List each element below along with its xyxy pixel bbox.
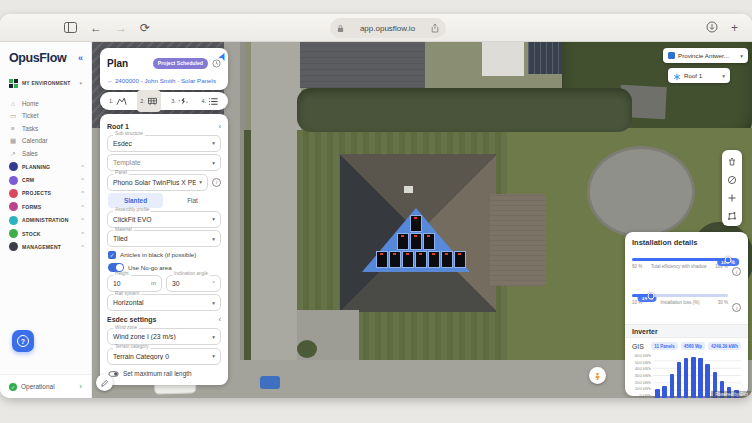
slider-block: 100 % i 60 % Total efficiency with shado… — [632, 258, 741, 283]
satellite-map[interactable]: ➤ Plan Project Scheduled ← 2400000 - Joh… — [92, 42, 752, 398]
info-icon[interactable]: i — [732, 303, 741, 312]
max-rail-setting[interactable]: Set maximum rail length — [107, 367, 221, 379]
sidebar-item[interactable]: ↗ Sales — [0, 147, 91, 160]
sidebar-module-item[interactable]: PROJECTS ^ — [0, 187, 91, 200]
sidebar-item-label: Tasks — [22, 125, 38, 132]
max-rail-label: Set maximum rail length — [123, 370, 192, 377]
region-selector[interactable]: Provincie Antwer... ▾ — [663, 48, 748, 63]
chart-bar — [698, 358, 703, 398]
gis-badge: 4249.39 kWh — [708, 342, 741, 350]
sidebar-item-icon: ≡ — [9, 125, 17, 132]
region-icon — [668, 52, 675, 59]
project-link[interactable]: ← 2400000 - John Smith - Solar Panels — [107, 77, 221, 84]
wind-zone-select[interactable]: Wind zone Wind zone I (23 m/s) ▾ — [107, 328, 221, 345]
module-expand-icon[interactable]: ^ — [81, 244, 84, 250]
field-placeholder: Template — [113, 159, 209, 166]
sidebar-item[interactable]: ▦ Calendar — [0, 134, 91, 147]
module-expand-icon[interactable]: ^ — [81, 204, 84, 210]
inclination-input[interactable]: Inclination angle 30 ° — [166, 275, 221, 292]
slider-track[interactable] — [632, 294, 728, 297]
tab-flat[interactable]: Flat — [165, 193, 220, 208]
step-summary[interactable]: 4. — [198, 90, 222, 112]
forward-button[interactable]: → — [115, 22, 127, 34]
tab-slanted[interactable]: Slanted — [108, 193, 163, 208]
sidebar-item[interactable]: ▭ Ticket — [0, 109, 91, 122]
template-select[interactable]: Template ▾ — [107, 154, 221, 171]
draw-polygon-tool-icon[interactable] — [727, 207, 737, 225]
traffic-light[interactable] — [48, 23, 58, 33]
rail-system-select[interactable]: Rail system Horizontal ▾ — [107, 294, 221, 311]
sidebar-module-item[interactable]: STOCK ^ — [0, 227, 91, 240]
sidebar-item[interactable]: ⌂ Home — [0, 97, 91, 109]
delete-tool-icon[interactable] — [727, 153, 737, 171]
share-icon[interactable] — [431, 19, 439, 37]
module-expand-icon[interactable]: ^ — [81, 164, 84, 170]
traffic-light[interactable] — [14, 23, 24, 33]
roof-selector[interactable]: Roof 1 ▾ — [668, 68, 730, 83]
environment-label: MY ENVIRONMENT — [22, 80, 75, 86]
assembly-profile-select[interactable]: Assembly profile ClickFit EVO ▾ — [107, 211, 221, 228]
module-expand-icon[interactable]: ^ — [81, 177, 84, 183]
sidebar-item[interactable]: ≡ Tasks — [0, 122, 91, 134]
status-bar[interactable]: ✓ Operational › — [0, 374, 91, 398]
step-roof[interactable]: 1. — [106, 90, 130, 112]
help-button[interactable]: ? — [12, 330, 34, 352]
environment-switcher[interactable]: MY ENVIRONMENT ▾ — [9, 74, 82, 92]
y-tick-label: 600 kWh — [635, 354, 651, 358]
download-icon[interactable] — [706, 19, 718, 37]
sidebar-module-item[interactable]: MANAGEMENT ^ — [0, 240, 91, 253]
field-label: Sub structure — [113, 132, 145, 137]
step-panels[interactable]: 2. — [137, 90, 161, 112]
add-tool-icon[interactable] — [727, 189, 737, 207]
refresh-button[interactable]: ⟳ — [140, 22, 150, 34]
traffic-light[interactable] — [31, 23, 41, 33]
module-expand-icon[interactable]: ^ — [81, 217, 84, 223]
chart-bar — [684, 358, 689, 398]
info-icon[interactable]: i — [212, 178, 221, 187]
sidebar-module-item[interactable]: PLANNING ^ — [0, 160, 91, 173]
map-attribution: Powered by Esri — [711, 391, 752, 398]
url-bar[interactable]: app.opusflow.io — [330, 18, 446, 38]
sub-structure-select[interactable]: Sub structure Esdec ▾ — [107, 135, 221, 152]
y-tick-label: 400 kWh — [635, 367, 651, 371]
sidebar-collapse-icon[interactable]: « — [78, 53, 83, 63]
y-tick-label: 500 kWh — [635, 361, 651, 365]
region-label: Provincie Antwer... — [678, 52, 737, 59]
step-electrical[interactable]: 3. — [168, 90, 191, 112]
sidebar-module-item[interactable]: FORMS ^ — [0, 200, 91, 213]
chart-bar — [655, 389, 660, 398]
nogo-zone-tool-icon[interactable] — [727, 171, 737, 189]
sidebar-item-icon: ▦ — [9, 137, 17, 145]
esdec-settings-header[interactable]: Esdec settings ‹ — [107, 314, 221, 326]
sidebar-item-label: Home — [22, 100, 39, 107]
chart-bar — [670, 374, 675, 398]
panel-select[interactable]: Panel Phono Solar TwinPlus X PERC ... ▾ — [107, 174, 208, 191]
module-label: MANAGEMENT — [22, 244, 77, 250]
info-icon[interactable]: i — [732, 267, 741, 276]
map-draw-button[interactable] — [96, 374, 113, 391]
terrain-category-select[interactable]: Terrain category Terrain Category 0 ▾ — [107, 348, 221, 365]
slider-center-label: Total efficiency with shadow — [642, 264, 715, 269]
module-expand-icon[interactable]: ^ — [81, 231, 84, 237]
articles-black-checkbox[interactable]: ✓ — [108, 251, 116, 259]
satellite-house-extension — [490, 194, 546, 286]
roof-settings-panel: Roof 1 ‹ Sub structure Esdec ▾ Template … — [100, 114, 228, 385]
new-tab-button[interactable]: + — [731, 22, 738, 34]
slider-thumb[interactable] — [725, 256, 732, 263]
streetview-pegman-button[interactable] — [589, 367, 606, 384]
sidebar-item-label: Ticket — [22, 112, 39, 119]
installation-details-panel: Installation details 100 % i 60 % — [625, 232, 748, 396]
module-icon — [9, 202, 18, 211]
module-expand-icon[interactable]: ^ — [81, 190, 84, 196]
inverter-section-header[interactable]: Inverter — [625, 324, 748, 338]
sidebar-item-label: Sales — [22, 150, 38, 157]
slider-track[interactable] — [632, 258, 728, 261]
height-input[interactable]: Height 10 m — [107, 275, 162, 292]
field-label: Material — [113, 228, 134, 233]
sidebar-toggle-icon[interactable] — [64, 19, 77, 37]
slider-thumb[interactable] — [648, 292, 655, 299]
material-select[interactable]: Material Tiled ▾ — [107, 230, 221, 247]
sidebar-module-item[interactable]: CRM ^ — [0, 173, 91, 186]
sidebar-module-item[interactable]: ADMINISTRATION ^ — [0, 214, 91, 227]
back-button[interactable]: ← — [90, 22, 102, 34]
